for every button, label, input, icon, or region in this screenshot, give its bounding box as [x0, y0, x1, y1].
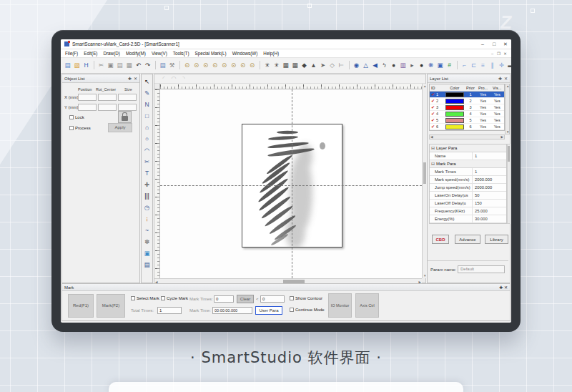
play-icon[interactable]: ▸	[408, 60, 417, 71]
timer-tool-icon[interactable]: ◷	[142, 202, 152, 213]
property-scrollbar[interactable]	[507, 144, 511, 224]
property-row[interactable]: Frequency(KHz)25.000	[430, 207, 506, 215]
property-group-header[interactable]: ⊟Layer Para	[430, 144, 506, 152]
param-name-field[interactable]: Default	[458, 265, 505, 273]
indicator-tool-icon[interactable]: ⁝	[142, 213, 152, 225]
select-tool-icon[interactable]: ↖	[142, 76, 152, 87]
layers-icon[interactable]: ▥	[398, 60, 408, 71]
mdi-minimize-button[interactable]: –	[489, 52, 495, 56]
monitor-icon[interactable]: ▣	[435, 60, 445, 71]
arc-tool-icon-0[interactable]: ◜	[159, 74, 169, 83]
cut-icon[interactable]: ✂	[97, 60, 106, 71]
property-row[interactable]: Mark Times1	[430, 168, 506, 176]
mark-time-field[interactable]: 00:00:00.000	[212, 307, 252, 314]
align-middle-icon[interactable]: ✛	[497, 60, 506, 71]
mirror-icon[interactable]: ➤	[318, 60, 327, 71]
property-row[interactable]: LaserOn Delay(us50	[430, 192, 506, 200]
zoom-all-icon[interactable]: ⊙	[210, 60, 220, 71]
property-value[interactable]: 2000.000	[473, 176, 506, 183]
layer-row[interactable]: ✔44YesYes	[430, 111, 504, 117]
property-row[interactable]: LaserOff Delay(u150	[430, 200, 506, 207]
cbd-button[interactable]: CBD	[432, 235, 449, 244]
mark-preview-icon[interactable]: ◉	[352, 60, 361, 71]
trim-tool-icon[interactable]: ✂	[142, 156, 152, 167]
fill-icon[interactable]: ◆	[300, 60, 309, 71]
apply-button[interactable]: Apply	[108, 123, 132, 132]
settings-icon[interactable]: ❋	[426, 60, 435, 71]
select-mark-checkbox[interactable]: Select Mark	[131, 296, 159, 300]
delete-icon[interactable]: ▦	[124, 60, 134, 71]
menu-item-4[interactable]: View(V)	[149, 49, 170, 57]
align-center-icon[interactable]: ⊏	[469, 60, 478, 71]
property-value[interactable]: 30.000	[473, 215, 506, 222]
scroll-down-icon[interactable]: ▼	[423, 273, 426, 278]
minimize-button[interactable]: –	[477, 39, 488, 49]
polyline-tool-icon[interactable]: Ν	[142, 99, 152, 110]
align-top-icon[interactable]: ∥	[488, 60, 497, 71]
layer-row[interactable]: ✔33YesYes	[430, 104, 504, 111]
node-edit-tool-icon[interactable]: ✎	[142, 87, 152, 99]
text-tool-icon[interactable]: T	[142, 167, 152, 179]
zoom-select-icon[interactable]: ⊙	[220, 60, 229, 71]
zoom-width-icon[interactable]: ⊙	[238, 60, 247, 71]
red-f1-button[interactable]: Red(F1)	[68, 294, 94, 318]
collapse-icon[interactable]: ⊟	[431, 146, 435, 150]
save-icon[interactable]: H	[82, 60, 91, 71]
pin-icon[interactable]: ✚	[498, 76, 502, 81]
property-value[interactable]: 2000.000	[473, 184, 506, 191]
x-size-field[interactable]	[118, 94, 137, 101]
warning-icon[interactable]: △	[361, 60, 370, 71]
file-tool-icon[interactable]: ▤	[142, 259, 152, 270]
close-icon[interactable]: ✕	[504, 76, 508, 81]
layer-row[interactable]: ✔55YesYes	[430, 117, 504, 124]
mark-f2-button[interactable]: Mark(F2)	[97, 294, 125, 318]
group-icon[interactable]: ⊢	[337, 60, 346, 71]
ellipse-tool-icon[interactable]: ○	[142, 133, 152, 144]
undo-icon[interactable]: ↶	[134, 60, 143, 71]
menu-item-2[interactable]: Draw(D)	[100, 49, 122, 57]
cycle-mark-checkbox[interactable]: Cycle Mark	[161, 296, 188, 300]
zoom-page-icon[interactable]: ⊙	[247, 60, 257, 71]
library-button[interactable]: Library	[485, 235, 508, 244]
layer-row[interactable]: ✔66YesYes	[430, 124, 504, 130]
image-tool-icon[interactable]: ▣	[142, 248, 152, 259]
zoom-out-icon[interactable]: ⊙	[192, 60, 201, 71]
scrollbar-thumb[interactable]	[508, 146, 510, 162]
advance-button[interactable]: Advance	[455, 235, 480, 244]
y-rot-center-field[interactable]	[98, 104, 117, 111]
scroll-down-icon[interactable]: ▼	[506, 130, 509, 134]
axis-ctrl-button[interactable]: Axis Ctrl	[355, 293, 379, 318]
scroll-left-icon[interactable]: ◀	[430, 135, 433, 139]
close-icon[interactable]: ✕	[504, 285, 508, 290]
zoom-window-icon[interactable]: ⊙	[201, 60, 210, 71]
copy-icon[interactable]: ▣	[106, 60, 115, 71]
menu-item-6[interactable]: Special Mark(L)	[192, 49, 230, 57]
align-left-icon[interactable]: ⌐	[460, 60, 469, 71]
arc-tool-icon-1[interactable]: ◠	[169, 74, 179, 83]
property-row[interactable]: Name1	[430, 152, 506, 160]
curve-tool-icon[interactable]: ◠	[142, 144, 152, 156]
io-monitor-button[interactable]: IO Monitor	[328, 293, 352, 318]
property-row[interactable]: Energy(%)30.000	[430, 215, 506, 223]
user-para-button[interactable]: User Para	[255, 306, 282, 315]
hash-icon[interactable]: #	[445, 60, 454, 71]
property-value[interactable]: 150	[473, 200, 506, 207]
wave-tool-icon[interactable]: ~	[142, 225, 152, 236]
list-icon[interactable]: ▤	[158, 60, 167, 71]
dot-icon[interactable]: ●	[389, 60, 398, 71]
property-value[interactable]: 1	[473, 168, 506, 175]
maximize-button[interactable]: □	[488, 39, 500, 49]
scroll-right-icon[interactable]: ▶	[501, 135, 503, 139]
property-row[interactable]: Mark speed(mm/s)2000.000	[430, 176, 506, 184]
open-icon[interactable]: ▨	[72, 60, 82, 71]
layer-horizontal-scrollbar[interactable]: ◀ ▶	[429, 134, 505, 139]
menu-item-3[interactable]: Modify(M)	[123, 49, 149, 57]
mdi-restore-button[interactable]: ❐	[495, 52, 502, 56]
scroll-up-icon[interactable]: ▲	[423, 84, 426, 89]
menu-item-7[interactable]: Windows(W)	[230, 49, 261, 57]
count-field[interactable]: 0	[260, 295, 285, 303]
continue-mode-checkbox[interactable]: Continue Mode	[290, 308, 325, 312]
tool-icon[interactable]: ⚒	[167, 60, 177, 71]
menu-item-5[interactable]: Tools(T)	[170, 49, 192, 57]
mark-times-field[interactable]: 0	[214, 295, 234, 303]
